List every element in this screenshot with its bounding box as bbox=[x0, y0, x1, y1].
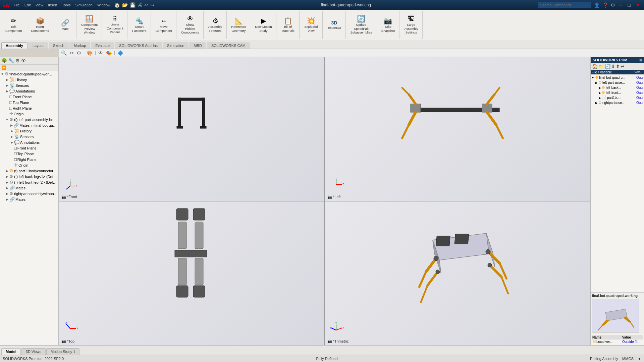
tab-assembly[interactable]: Assembly bbox=[1, 42, 28, 49]
tree-item-mates-final[interactable]: ▶ 🔗 Mates in final-bot-quadru... bbox=[0, 122, 58, 128]
home-icon[interactable]: 🏠 bbox=[114, 2, 120, 8]
tab-markup[interactable]: Markup bbox=[69, 42, 91, 49]
section-view-button[interactable]: ✂ bbox=[69, 50, 75, 56]
pdm-item-left-front[interactable]: ▶ ⚙ left-front... Outs bbox=[591, 90, 643, 95]
config-manager-icon[interactable]: ⚙ bbox=[15, 58, 20, 63]
restore-button[interactable]: □ bbox=[627, 2, 632, 8]
expand-mates[interactable]: ▶ bbox=[5, 186, 9, 190]
expand-annotations[interactable]: ▶ bbox=[5, 89, 9, 93]
expand-mates-final[interactable]: ▶ bbox=[9, 124, 13, 127]
viewport-front[interactable]: Y X 📷 *Front bbox=[59, 57, 324, 201]
feature-tree-icon[interactable]: 🌳 bbox=[1, 58, 7, 63]
menu-insert[interactable]: Insert bbox=[46, 2, 59, 8]
view-filters-button[interactable]: 🔷 bbox=[116, 50, 124, 56]
viewport-top[interactable]: Z X 📷 *Top bbox=[59, 201, 324, 346]
tree-item-history[interactable]: ▶ 📜 History bbox=[0, 77, 58, 82]
tree-item-origin2[interactable]: ▶ ✛ Origin bbox=[0, 162, 58, 168]
tree-item-left-back-leg[interactable]: ▶ ⚙ (-) left-back-leg<1> (Defau... bbox=[0, 174, 58, 179]
edit-appearance-button[interactable]: 🎭 bbox=[105, 50, 113, 56]
menu-edit[interactable]: Edit bbox=[22, 2, 33, 8]
linear-pattern-button[interactable]: ⠿ LinearComponentPattern bbox=[105, 15, 124, 35]
tree-item-mates[interactable]: ▶ 🔗 Mates bbox=[0, 185, 58, 191]
reference-geometry-button[interactable]: 📐 ReferenceGeometry bbox=[230, 17, 248, 33]
tree-item-top-plane2[interactable]: ▶ □ Top Plane bbox=[0, 151, 58, 157]
tree-item-sensors2[interactable]: ▶ 📡 Sensors bbox=[0, 134, 58, 139]
tree-item-left-front-leg[interactable]: ▶ ⚙ (-) left-front-leg<2> (Defau... bbox=[0, 179, 58, 185]
expand-part1bodyconnector[interactable]: ▶ bbox=[5, 169, 9, 173]
expand-root[interactable]: ▼ bbox=[0, 72, 5, 76]
tree-item-part1bodyconnector[interactable]: ▶ ⚙ (f) part11bodyconnector<... bbox=[0, 168, 58, 174]
pdm-refresh-icon[interactable]: 🔄 bbox=[605, 64, 610, 69]
pdm-part1bo-expand[interactable]: ▶ bbox=[599, 96, 601, 100]
tree-item-right-plane2[interactable]: ▶ □ Right Plane bbox=[0, 157, 58, 162]
pdm-item-root[interactable]: ▼ ⚙ final-bot-quadru... Outs bbox=[591, 75, 643, 80]
display-manager-icon[interactable]: 👁 bbox=[21, 58, 26, 63]
menu-view[interactable]: View bbox=[34, 2, 46, 8]
tree-item-top-plane[interactable]: ▶ □ Top Plane bbox=[0, 100, 58, 105]
undo-icon[interactable]: ↩ bbox=[144, 2, 148, 8]
tab-sketch[interactable]: Sketch bbox=[49, 42, 69, 49]
take-snapshot-button[interactable]: 📷 TakeSnapshot bbox=[380, 17, 396, 33]
settings-icon[interactable]: ⚙ bbox=[611, 2, 615, 8]
tree-item-sensors[interactable]: ▶ 📡 Sensors bbox=[0, 82, 58, 88]
expand-history[interactable]: ▶ bbox=[5, 78, 9, 81]
tree-item-origin[interactable]: ▶ ✛ Origin bbox=[0, 111, 58, 117]
view-settings-button[interactable]: ⚙ bbox=[76, 50, 82, 56]
update-speedpak-button[interactable]: 🔄 UpdateSpeedPakSubassemblies bbox=[349, 15, 373, 35]
menu-file[interactable]: File bbox=[12, 2, 22, 8]
pdm-folder-icon[interactable]: 📁 bbox=[598, 64, 604, 69]
component-preview-button[interactable]: 🪟 ComponentPreviewWindow bbox=[80, 15, 99, 35]
redo-icon[interactable]: ↪ bbox=[150, 2, 154, 8]
instant3d-button[interactable]: 3D Instant3D bbox=[326, 20, 343, 30]
smart-fasteners-button[interactable]: 🔩 SmartFasteners bbox=[131, 17, 148, 33]
viewport-trimetric[interactable]: Y X Z bbox=[325, 201, 590, 346]
tab-mbd[interactable]: MBD bbox=[189, 42, 206, 49]
pdm-left-part-expand[interactable]: ▶ bbox=[595, 81, 598, 84]
tree-item-right-plane[interactable]: ▶ □ Right Plane bbox=[0, 105, 58, 111]
search-input[interactable] bbox=[538, 2, 591, 8]
tree-item-front-plane2[interactable]: ▶ □ Front Plane bbox=[0, 145, 58, 151]
print-icon[interactable]: 🖨 bbox=[138, 2, 142, 8]
tree-item-history2[interactable]: ▶ 📜 History bbox=[0, 128, 58, 134]
viewport-left[interactable]: Y Z bbox=[325, 57, 590, 201]
expand-sensors2[interactable]: ▶ bbox=[9, 135, 14, 138]
tree-item-mates2[interactable]: ▶ 🔗 Mates bbox=[0, 196, 58, 202]
btab-motion-study[interactable]: Motion Study 1 bbox=[46, 348, 79, 355]
pdm-root-expand[interactable]: ▼ bbox=[591, 76, 594, 79]
pdm-checkin-icon[interactable]: ⬇ bbox=[611, 64, 615, 69]
insert-components-button[interactable]: 📦 InsertComponents bbox=[30, 17, 50, 33]
expand-sensors[interactable]: ▶ bbox=[5, 84, 9, 87]
tree-item-front-plane[interactable]: ▶ □ Front Plane bbox=[0, 94, 58, 100]
view-orient-button[interactable]: 🔍 bbox=[60, 50, 68, 56]
minimize-button[interactable]: ─ bbox=[618, 2, 624, 8]
expand-left-part-asm[interactable]: ▼ bbox=[5, 118, 9, 121]
tree-item-annotations2[interactable]: ▶ 💬 Annotations bbox=[0, 139, 58, 145]
move-component-button[interactable]: ↔ MoveComponent bbox=[154, 17, 173, 33]
close-button[interactable]: ✕ bbox=[635, 2, 641, 8]
exploded-view-button[interactable]: 💥 ExplodedView bbox=[303, 17, 320, 33]
tree-item-root[interactable]: ▼ ⚙ final-bot-quadruped-working (Def... bbox=[0, 71, 58, 77]
pdm-home-icon[interactable]: 🏠 bbox=[592, 64, 598, 69]
help-icon[interactable]: ❓ bbox=[602, 2, 608, 8]
pdm-item-left-back[interactable]: ▶ ⚙ left-back... Outs bbox=[591, 85, 643, 90]
show-hidden-button[interactable]: 👁 ShowHiddenComponents bbox=[180, 15, 201, 35]
assembly-features-button[interactable]: ⚙ AssemblyFeatures bbox=[207, 17, 224, 33]
tab-simulation[interactable]: Simulation bbox=[163, 42, 189, 49]
tree-item-left-part-asm[interactable]: ▼ ⚙ (f) left-part-assembly-bothlegs bbox=[0, 117, 58, 122]
pdm-undo-icon[interactable]: ↩ bbox=[621, 64, 625, 69]
hide-show-button[interactable]: 👁 bbox=[97, 50, 104, 56]
tab-layout[interactable]: Layout bbox=[28, 42, 48, 49]
property-manager-icon[interactable]: 🔧 bbox=[8, 58, 14, 63]
pdm-expand-icon[interactable]: ⊞ bbox=[639, 58, 642, 62]
pdm-item-rightpart[interactable]: ▶ ⚙ rightpartasse... Outs bbox=[591, 100, 643, 105]
tab-solidworks-cam[interactable]: SOLIDWORKS CAM bbox=[207, 42, 250, 49]
units-arrow[interactable]: ▼ bbox=[638, 357, 641, 361]
btab-model[interactable]: Model bbox=[1, 348, 21, 355]
menu-window[interactable]: Window bbox=[95, 2, 112, 8]
expand-rightpart-asm[interactable]: ▶ bbox=[5, 192, 9, 195]
btab-3dviews[interactable]: 3D Views bbox=[21, 348, 46, 355]
expand-mates2[interactable]: ▶ bbox=[5, 198, 9, 201]
save-icon[interactable]: 💾 bbox=[130, 2, 136, 8]
pdm-item-part1bo[interactable]: ▶ 📄 part1bo... Outs bbox=[591, 95, 643, 100]
menu-tools[interactable]: Tools bbox=[60, 2, 73, 8]
